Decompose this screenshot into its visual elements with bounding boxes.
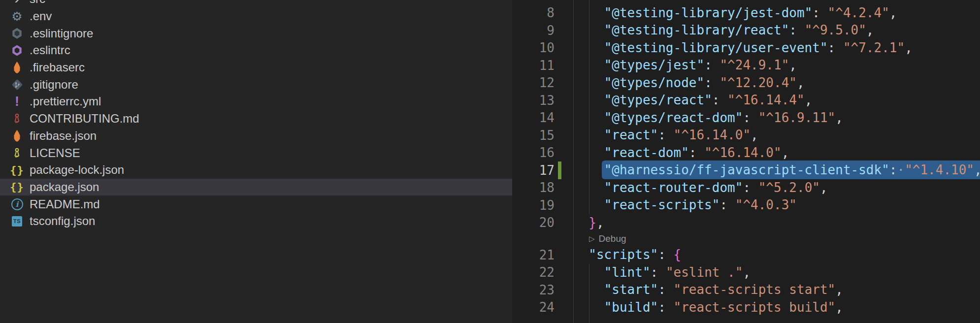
line-number[interactable]: 11 xyxy=(512,58,555,73)
code-text[interactable]: "start": "react-scripts start", xyxy=(573,281,843,299)
line-number[interactable]: 18 xyxy=(512,180,555,195)
line-number[interactable]: 12 xyxy=(512,75,555,90)
code-text[interactable]: "scripts": { xyxy=(573,246,681,264)
code-text[interactable]: "lint": "eslint .", xyxy=(573,264,751,282)
close-brace: } xyxy=(588,215,596,230)
code-text[interactable]: "react": "^16.14.0", xyxy=(573,127,758,144)
line-number[interactable]: 13 xyxy=(512,93,555,108)
file-row-firebase.json[interactable]: firebase.json xyxy=(0,128,512,145)
file-row-.firebaserc[interactable]: .firebaserc xyxy=(0,59,512,76)
line-number[interactable]: 23 xyxy=(512,283,555,297)
folder-row-src[interactable]: ›src xyxy=(0,0,512,8)
file-label: CONTRIBUTING.md xyxy=(30,112,139,126)
json-value: eslint . xyxy=(674,265,735,280)
file-row-.prettierrc.yml[interactable]: !.prettierrc.yml xyxy=(0,93,512,110)
code-lines: 8 "@testing-library/jest-dom": "^4.2.4",… xyxy=(512,0,980,316)
file-row-CONTRIBUTING.md[interactable]: CONTRIBUTING.md xyxy=(0,110,512,128)
file-row-LICENSE[interactable]: LICENSE xyxy=(0,144,512,162)
info-icon: i xyxy=(10,197,24,211)
code-text[interactable]: "react-scripts": "^4.0.3" xyxy=(573,196,797,214)
code-line-14: 14 "@types/react-dom": "^16.9.11", xyxy=(512,109,980,127)
line-number[interactable]: 14 xyxy=(512,110,555,125)
line-number[interactable]: 8 xyxy=(512,5,555,20)
codelens-debug-link[interactable]: ▷Debug xyxy=(589,233,626,244)
file-row-.eslintrc[interactable]: .eslintrc xyxy=(0,42,512,59)
code-line-24: 24 "build": "react-scripts build", xyxy=(512,299,980,317)
editor-pane[interactable]: 8 "@testing-library/jest-dom": "^4.2.4",… xyxy=(512,0,980,323)
file-row-.gitignore[interactable]: .gitignore xyxy=(0,76,512,93)
json-value: ^16.9.11 xyxy=(766,110,827,125)
chevron-right-icon: › xyxy=(10,0,24,6)
file-label: .prettierrc.yml xyxy=(30,95,101,108)
line-number[interactable]: 15 xyxy=(512,128,555,143)
line-number[interactable]: 20 xyxy=(512,215,555,230)
file-row-package.json[interactable]: {}package.json xyxy=(0,179,512,196)
file-row-.env[interactable]: ⚙.env xyxy=(0,8,512,25)
code-text[interactable]: "react-dom": "^16.14.0", xyxy=(573,144,789,162)
json-key: start xyxy=(612,282,650,297)
code-text[interactable]: "react-router-dom": "^5.2.0", xyxy=(573,179,828,197)
play-outline-icon: ▷ xyxy=(589,234,595,243)
json-key: @types/react-dom xyxy=(612,110,735,125)
code-line-13: 13 "@types/react": "^16.14.4", xyxy=(512,92,980,109)
line-number[interactable]: 10 xyxy=(512,40,555,55)
code-text[interactable]: "@types/react": "^16.14.4", xyxy=(573,92,812,109)
file-row-.eslintignore[interactable]: .eslintignore xyxy=(0,25,512,42)
file-label: .firebaserc xyxy=(30,61,85,74)
json-value: ^16.14.0 xyxy=(681,128,743,142)
json-value: react-scripts start xyxy=(681,282,827,297)
code-line-22: 22 "lint": "eslint .", xyxy=(512,264,980,282)
code-text[interactable]: "@testing-library/react": "^9.5.0", xyxy=(573,22,874,39)
code-text[interactable]: "@types/react-dom": "^16.9.11", xyxy=(573,109,843,127)
exclamation-icon: ! xyxy=(10,95,24,108)
line-number[interactable]: 24 xyxy=(512,300,555,315)
json-value: ^12.20.4 xyxy=(727,75,789,90)
line-number[interactable]: 21 xyxy=(512,248,555,262)
json-key: lint xyxy=(612,265,643,280)
json-value: ^5.2.0 xyxy=(766,180,812,195)
line-number[interactable]: 17 xyxy=(512,163,555,178)
file-row-README.md[interactable]: iREADME.md xyxy=(0,195,512,213)
json-value: ^7.2.1 xyxy=(851,40,897,55)
line-number[interactable]: 19 xyxy=(512,198,555,213)
json-key: @harnessio/ff-javascript-client-sdk xyxy=(612,162,882,177)
json-key: @testing-library/react xyxy=(612,23,781,37)
open-brace: { xyxy=(674,247,682,262)
git-icon xyxy=(10,78,24,91)
file-row-package-lock.json[interactable]: {}package-lock.json xyxy=(0,162,512,179)
json-key: react-scripts xyxy=(612,197,712,212)
code-line-23: 23 "start": "react-scripts start", xyxy=(512,281,980,299)
code-line-18: 18 "react-router-dom": "^5.2.0", xyxy=(512,179,980,197)
code-text[interactable]: "@types/jest": "^24.9.1", xyxy=(573,57,797,74)
file-label: .gitignore xyxy=(30,78,78,92)
line-number[interactable]: 9 xyxy=(512,23,555,38)
code-text[interactable]: "@harnessio/ff-javascript-client-sdk":·"… xyxy=(573,162,980,179)
code-text[interactable]: "@types/node": "^12.20.4", xyxy=(573,74,805,92)
json-value: ^4.0.3 xyxy=(743,197,789,212)
json-value: ^1.4.10 xyxy=(913,162,967,177)
code-text[interactable]: "@testing-library/jest-dom": "^4.2.4", xyxy=(573,4,897,22)
json-key: react-dom xyxy=(612,145,681,160)
code-line-20: 20 }, xyxy=(512,214,980,232)
code-text[interactable]: "@testing-library/user-event": "^7.2.1", xyxy=(573,39,913,57)
vscode-window: ›src⚙.env.eslintignore.eslintrc.firebase… xyxy=(0,0,980,323)
code-text[interactable]: "build": "react-scripts build", xyxy=(573,299,843,317)
line-number[interactable]: 22 xyxy=(512,265,555,280)
json-key: @testing-library/user-event xyxy=(612,40,820,55)
code-line-19: 19 "react-scripts": "^4.0.3" xyxy=(512,196,980,214)
file-row-tsconfig.json[interactable]: TStsconfig.json xyxy=(0,213,512,230)
codelens-label: Debug xyxy=(599,233,626,244)
code-line-9: 9 "@testing-library/react": "^9.5.0", xyxy=(512,22,980,39)
code-line-12: 12 "@types/node": "^12.20.4", xyxy=(512,74,980,92)
keys-red-icon xyxy=(10,112,24,126)
code-text[interactable]: }, xyxy=(573,214,604,232)
json-value: ^4.2.4 xyxy=(835,5,882,20)
json-key: scripts xyxy=(596,247,651,262)
json-value: react-scripts build xyxy=(681,300,827,315)
json-key: @types/jest xyxy=(612,58,696,72)
git-added-gutter-indicator[interactable] xyxy=(558,162,561,179)
line-number[interactable]: 16 xyxy=(512,145,555,160)
json-value: ^9.5.0 xyxy=(812,23,858,37)
code-line-8: 8 "@testing-library/jest-dom": "^4.2.4", xyxy=(512,4,980,22)
json-value: ^16.14.4 xyxy=(735,93,797,107)
